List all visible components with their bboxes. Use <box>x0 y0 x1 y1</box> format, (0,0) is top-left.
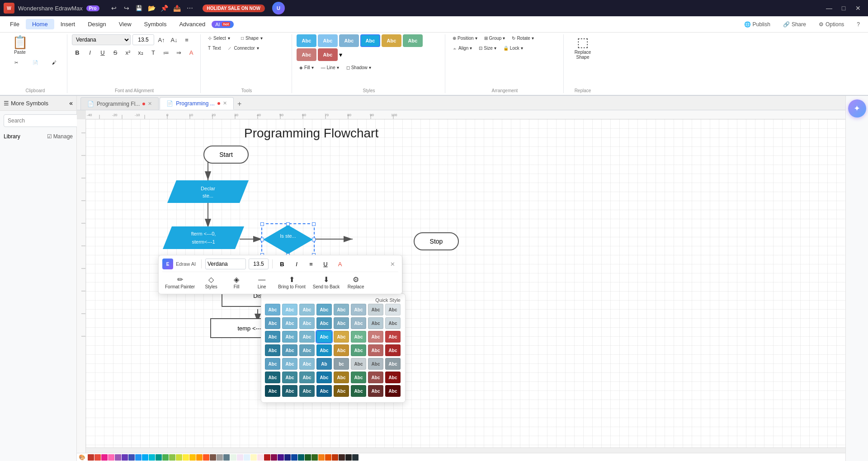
replace-shape-button[interactable]: ⬚ Replace Shape <box>570 34 595 61</box>
holiday-badge[interactable]: HOLIDAY SALE ON NOW <box>203 5 265 12</box>
subscript-btn[interactable]: x₂ <box>135 47 146 58</box>
qs-chip-6-0[interactable]: Abc <box>265 385 280 397</box>
qs-chip-2-2[interactable]: Abc <box>299 331 315 343</box>
ft-font-select[interactable] <box>205 259 246 269</box>
decrease-font-btn[interactable]: A↓ <box>169 34 179 45</box>
color-swatch[interactable] <box>122 454 128 461</box>
strikethrough-btn[interactable]: S <box>110 47 121 58</box>
color-swatch[interactable] <box>264 454 270 461</box>
send-back-btn[interactable]: ⬇ Send to Back <box>310 274 342 291</box>
tab-0[interactable]: 📄 Programming Fl... ✕ <box>80 97 159 110</box>
tab-1[interactable]: 📄 Programming ... ✕ <box>160 97 233 110</box>
color-swatch[interactable] <box>115 454 121 461</box>
format-painter-btn[interactable]: ✏ Format Painter <box>162 274 198 291</box>
qs-chip-2-0[interactable]: Abc <box>265 331 280 343</box>
color-swatch[interactable] <box>352 454 359 461</box>
start-shape[interactable]: Start <box>203 146 249 164</box>
superscript-btn[interactable]: x² <box>123 47 133 58</box>
paste-button[interactable]: 📋 Paste <box>7 34 33 56</box>
size-button[interactable]: ⊡Size▾ <box>476 44 499 52</box>
tab-0-close[interactable]: ✕ <box>148 101 152 107</box>
text-align-btn[interactable]: ≡ <box>181 34 192 45</box>
color-swatch[interactable] <box>183 454 189 461</box>
color-swatch[interactable] <box>101 454 108 461</box>
share-button[interactable]: 🔗 Share <box>778 19 811 29</box>
menu-design[interactable]: Design <box>81 19 112 29</box>
color-swatch[interactable] <box>176 454 182 461</box>
qs-chip-5-2[interactable]: Abc <box>299 372 315 383</box>
color-swatch[interactable] <box>156 454 162 461</box>
color-swatch[interactable] <box>339 454 345 461</box>
qs-chip-3-4[interactable]: Abc <box>334 344 349 356</box>
menu-view[interactable]: View <box>113 19 138 29</box>
format-copy-button[interactable]: 🖌 <box>45 59 63 66</box>
styles-expand-btn[interactable]: ▾ <box>339 48 342 61</box>
help-button[interactable]: ? <box>852 19 864 29</box>
cut-button[interactable]: ✂ <box>7 59 25 66</box>
style-chip-6[interactable]: Abc <box>297 48 316 61</box>
color-swatch[interactable] <box>291 454 297 461</box>
qs-chip-0-1[interactable]: Abc <box>282 304 297 315</box>
minimize-button[interactable]: — <box>823 2 835 14</box>
close-button[interactable]: ✕ <box>852 2 864 14</box>
qs-chip-2-1[interactable]: Abc <box>282 331 297 343</box>
qs-chip-5-5[interactable]: Abc <box>351 372 366 383</box>
color-swatch[interactable] <box>169 454 175 461</box>
sidebar-collapse-btn[interactable]: « <box>69 99 73 107</box>
indent-btn[interactable]: ⇒ <box>173 47 184 58</box>
qs-chip-1-6[interactable]: Abc <box>368 317 383 329</box>
add-tab-button[interactable]: + <box>235 99 245 109</box>
position-button[interactable]: ⊕Position▾ <box>450 34 480 42</box>
menu-advanced[interactable]: Advanced <box>173 19 212 29</box>
color-swatch[interactable] <box>257 454 264 461</box>
qs-chip-6-7[interactable]: Abc <box>385 385 401 397</box>
color-swatch[interactable] <box>332 454 338 461</box>
decision-shape[interactable]: Is ste... <box>263 225 313 254</box>
qs-chip-3-1[interactable]: Abc <box>282 344 297 356</box>
line-button[interactable]: —Line▾ <box>318 64 342 71</box>
menu-symbols[interactable]: Symbols <box>138 19 173 29</box>
manage-button[interactable]: ☑ Manage <box>47 133 73 140</box>
list-btn[interactable]: ≔ <box>160 47 171 58</box>
qs-chip-3-2[interactable]: Abc <box>299 344 315 356</box>
color-swatch[interactable] <box>196 454 203 461</box>
shadow-button[interactable]: ◻Shadow▾ <box>344 64 374 71</box>
color-swatch[interactable] <box>88 454 94 461</box>
search-input[interactable] <box>4 114 80 127</box>
maximize-button[interactable]: □ <box>837 2 850 14</box>
export-button[interactable]: 📤 <box>172 3 183 14</box>
color-swatch[interactable] <box>128 454 135 461</box>
color-swatch[interactable] <box>223 454 230 461</box>
ft-color-btn[interactable]: A <box>334 258 346 270</box>
color-swatch[interactable] <box>298 454 304 461</box>
ai-assistant-orb[interactable]: ✦ <box>848 99 866 118</box>
qs-chip-0-7[interactable]: Abc <box>385 304 401 315</box>
qs-chip-2-4[interactable]: Abc <box>334 331 349 343</box>
menu-home[interactable]: Home <box>26 19 54 29</box>
style-chip-3[interactable]: Abc <box>360 34 380 47</box>
ft-italic-btn[interactable]: I <box>291 258 302 270</box>
shape-button[interactable]: □Shape▾ <box>238 34 270 42</box>
fill-button[interactable]: ◈Fill▾ <box>297 64 316 71</box>
text-button[interactable]: TText <box>205 44 223 52</box>
styles-btn[interactable]: ◇ Styles <box>199 274 223 291</box>
increase-font-btn[interactable]: A↑ <box>156 34 167 45</box>
rotate-button[interactable]: ↻Rotate▾ <box>509 34 536 42</box>
style-chip-1[interactable]: Abc <box>318 34 338 47</box>
qs-chip-4-7[interactable]: Abc <box>385 358 401 370</box>
stop-shape[interactable]: Stop <box>414 232 459 250</box>
color-swatch[interactable] <box>305 454 311 461</box>
qs-chip-6-2[interactable]: Abc <box>299 385 315 397</box>
pin-button[interactable]: 📌 <box>159 3 170 14</box>
qs-chip-0-4[interactable]: Abc <box>334 304 349 315</box>
qs-chip-1-3[interactable]: Abc <box>316 317 332 329</box>
lock-button[interactable]: 🔒Lock▾ <box>500 44 526 52</box>
qs-chip-4-0[interactable]: Abc <box>265 358 280 370</box>
qs-chip-4-2[interactable]: Abc <box>299 358 315 370</box>
ai-menu[interactable]: AI hot <box>212 21 234 28</box>
replace-btn[interactable]: ⚙ Replace <box>344 274 368 291</box>
qs-chip-0-5[interactable]: Abc <box>351 304 366 315</box>
align-button[interactable]: ⫠Align▾ <box>450 44 475 52</box>
qs-chip-2-6[interactable]: Abc <box>368 331 383 343</box>
qs-chip-6-3[interactable]: Abc <box>316 385 332 397</box>
